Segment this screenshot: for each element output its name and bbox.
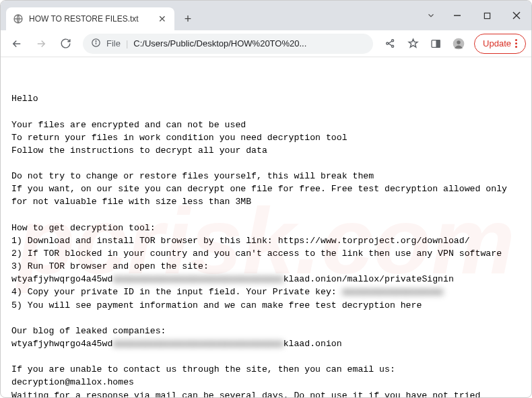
redacted-text: aaaaaaaaaaaaaaaaaaaaaaaaaaaaaaaa xyxy=(112,339,283,349)
tab-close-button[interactable]: ✕ xyxy=(157,13,168,24)
svg-point-7 xyxy=(96,40,96,41)
text-step: 3) Run TOR browser and open the site: xyxy=(11,261,209,271)
text-line: To return your files in work condition y… xyxy=(11,133,347,143)
redacted-private-key: aaaaaaaaaaaaaaaaaaa xyxy=(342,287,443,297)
svg-point-15 xyxy=(457,40,461,44)
profile-button[interactable] xyxy=(448,34,469,54)
svg-point-10 xyxy=(391,45,393,47)
text-step: 2) If TOR blocked in your country and yo… xyxy=(11,248,502,259)
svg-rect-13 xyxy=(436,40,440,47)
text-step: 1) Download and install TOR browser by t… xyxy=(11,236,470,246)
text-howto-title: How to get decryption tool: xyxy=(11,223,156,233)
file-content: pcrisk.com Hello Your files are encrypte… xyxy=(1,57,531,398)
url-path: C:/Users/Public/Desktop/HOW%20TO%20... xyxy=(133,38,365,48)
reload-button[interactable] xyxy=(55,33,76,55)
update-label: Update xyxy=(483,38,511,48)
minimize-button[interactable] xyxy=(442,4,472,27)
maximize-button[interactable] xyxy=(472,4,502,27)
text-line: If you want, on our site you can decrypt… xyxy=(11,184,512,207)
onion-url-prefix: wtyafjyhwqrgo4a45wd xyxy=(11,339,112,349)
svg-point-9 xyxy=(391,40,393,42)
onion-url-suffix: klaad.onion/mallox/privateSignin xyxy=(284,274,454,284)
address-bar[interactable]: File | C:/Users/Public/Desktop/HOW%20TO%… xyxy=(83,34,373,54)
redacted-text: aaaaaaaaaaaaaaaaaaaaaaaaaaaaaaaa xyxy=(112,274,283,284)
toolbar: File | C:/Users/Public/Desktop/HOW%20TO%… xyxy=(1,30,531,57)
close-window-button[interactable] xyxy=(502,4,531,27)
text-contact: Waiting for a response via mail can be s… xyxy=(11,391,486,398)
url-scheme-label: File xyxy=(106,38,121,48)
text-line: Follow the instructions to decrypt all y… xyxy=(11,145,267,156)
browser-tab[interactable]: HOW TO RESTORE FILES.txt ✕ xyxy=(6,7,174,30)
info-icon xyxy=(91,38,101,50)
text-blog-title: Our blog of leaked companies: xyxy=(11,326,166,336)
back-button[interactable] xyxy=(6,33,28,55)
share-button[interactable] xyxy=(380,34,400,54)
forward-button[interactable] xyxy=(30,33,52,55)
text-email: decryption@mallox.homes xyxy=(11,377,134,387)
titlebar: HOW TO RESTORE FILES.txt ✕ + xyxy=(1,1,531,30)
bookmark-button[interactable] xyxy=(403,34,423,54)
text-line: Your files are encrypted and can not be … xyxy=(11,120,246,130)
onion-url-suffix: klaad.onion xyxy=(284,339,342,349)
text-step: 5) You will see payment information and … xyxy=(11,300,422,310)
text-greeting: Hello xyxy=(11,94,38,104)
text-step: 4) Copy your private ID in the input fie… xyxy=(11,287,342,297)
text-contact: If you are unable to contact us through … xyxy=(11,364,395,374)
menu-icon xyxy=(515,39,517,48)
side-panel-button[interactable] xyxy=(426,34,446,54)
text-line: Do not try to change or restore files yo… xyxy=(11,171,374,181)
globe-icon xyxy=(13,13,24,24)
new-tab-button[interactable]: + xyxy=(178,9,197,28)
update-button[interactable]: Update xyxy=(474,34,526,54)
svg-rect-2 xyxy=(484,13,490,18)
onion-url-prefix: wtyafjyhwqrgo4a45wd xyxy=(11,274,112,284)
tab-search-button[interactable] xyxy=(420,4,442,27)
window-controls xyxy=(420,1,531,30)
tab-title: HOW TO RESTORE FILES.txt xyxy=(29,14,152,24)
svg-point-8 xyxy=(386,42,388,44)
